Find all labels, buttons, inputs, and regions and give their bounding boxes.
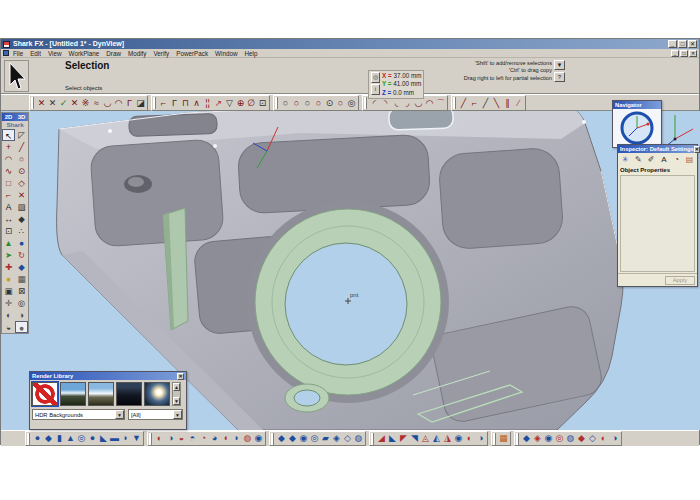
mirror-solid-icon[interactable]: ◇ <box>342 432 353 445</box>
fair-curve-icon[interactable]: ≈ <box>91 96 102 110</box>
line-icon[interactable]: ╱ <box>15 141 28 153</box>
solid-cube-icon[interactable]: ◆ <box>43 432 54 445</box>
layers-tab-icon[interactable]: ▤ <box>684 154 695 165</box>
boolean-intersect-icon[interactable]: ◒ <box>176 432 187 445</box>
toolbar-handle[interactable] <box>27 433 30 445</box>
vector-icon[interactable]: ↗ <box>213 96 224 110</box>
text-tab-icon[interactable]: A <box>658 154 669 165</box>
solid-sphere-icon[interactable]: ● <box>32 432 43 445</box>
boss-feature-icon[interactable]: ◆ <box>287 432 298 445</box>
sweep-tool-icon[interactable]: ✚ <box>2 261 15 273</box>
boolean-union-icon[interactable]: ◐ <box>154 432 165 445</box>
loft-solid-icon[interactable]: ◈ <box>532 432 543 445</box>
toolbar-handle[interactable] <box>31 97 34 109</box>
toolbar-handle[interactable] <box>371 433 374 445</box>
toolbar-handle[interactable] <box>493 433 496 445</box>
menu-edit[interactable]: Edit <box>30 49 41 58</box>
bend-solid-icon[interactable]: ◐ <box>464 432 475 445</box>
toolbar-handle[interactable] <box>516 433 519 445</box>
solid-pyramid-icon[interactable]: ◣ <box>98 432 109 445</box>
stamp-solid-icon[interactable]: ◐ <box>598 432 609 445</box>
point-grid-icon[interactable]: ⊡ <box>2 225 15 237</box>
project-curve-icon[interactable]: ⊓ <box>180 96 191 110</box>
line-double-icon[interactable]: ∥ <box>502 96 513 110</box>
stretch-solid-icon[interactable]: ◑ <box>475 432 486 445</box>
intersect-icon[interactable]: ∧ <box>191 96 202 110</box>
solid-sphere-tool-icon[interactable]: ● <box>15 237 28 249</box>
circle-diameter-icon[interactable]: ○ <box>335 96 346 110</box>
apply-button[interactable]: Apply <box>665 276 695 285</box>
title-bar[interactable]: Shark FX - [Untitled 1* - DynView] _ □ ✕ <box>1 39 699 49</box>
spline-icon[interactable]: ∿ <box>2 165 15 177</box>
menu-powerpack[interactable]: PowerPack <box>176 49 208 58</box>
inspector-title-bar[interactable]: Inspector: Default Settings ✕ <box>618 145 697 153</box>
chamfer-solid-icon[interactable]: ◭ <box>431 432 442 445</box>
toolbar-handle[interactable] <box>364 97 367 109</box>
shell-solid-icon[interactable]: ◖ <box>220 432 231 445</box>
fillet-solid-icon[interactable]: ◬ <box>420 432 431 445</box>
filter-dropdown[interactable]: [All] ▼ <box>128 409 183 420</box>
line-angle-icon[interactable]: ∕ <box>513 96 524 110</box>
toolbar-handle[interactable] <box>149 433 152 445</box>
render-library-title-bar[interactable]: Render Library ✕ <box>30 372 186 380</box>
hdr-sky-thumb-1[interactable] <box>60 382 86 406</box>
zoom-tool-icon[interactable]: ◎ <box>15 297 28 309</box>
restore-button[interactable]: □ <box>678 40 687 48</box>
toolbar-handle[interactable] <box>153 97 156 109</box>
dimension-icon[interactable]: ↔ <box>2 213 15 225</box>
line-polyline-icon[interactable]: ⌐ <box>469 96 480 110</box>
menu-file[interactable]: File <box>13 49 23 58</box>
hdr-forest-thumb[interactable] <box>116 382 142 406</box>
concave-fillet-icon[interactable]: ◡ <box>102 96 113 110</box>
help-button[interactable]: ? <box>554 72 565 82</box>
tab-3d[interactable]: 3D <box>15 113 28 121</box>
gauge-tab-icon[interactable]: ◔ <box>671 154 682 165</box>
toolbar-handle[interactable] <box>275 97 278 109</box>
display-tab-icon[interactable]: ✳ <box>620 154 631 165</box>
trackball-handle[interactable] <box>647 123 650 126</box>
circle-radius-icon[interactable]: ⊙ <box>324 96 335 110</box>
menu-help[interactable]: Help <box>245 49 258 58</box>
shell-feature-icon[interactable]: ◍ <box>353 432 364 445</box>
ellipse-icon[interactable]: ⊙ <box>15 165 28 177</box>
arc-convex-icon[interactable]: ◠ <box>424 96 435 110</box>
offset-face-icon[interactable]: ◣ <box>387 432 398 445</box>
text-icon[interactable]: A <box>2 201 15 213</box>
replace-face-icon[interactable]: ◥ <box>409 432 420 445</box>
triangle-icon[interactable]: ▽ <box>224 96 235 110</box>
extend-curve-icon[interactable]: Γ <box>169 96 180 110</box>
circle-3pt-icon[interactable]: ○ <box>302 96 313 110</box>
hdr-sunset-thumb[interactable] <box>144 382 170 406</box>
circle-center-icon[interactable]: ○ <box>280 96 291 110</box>
helix-solid-icon[interactable]: ◎ <box>554 432 565 445</box>
navigator-title-bar[interactable]: Navigator <box>613 101 661 109</box>
stitch-solid-icon[interactable]: ◕ <box>209 432 220 445</box>
pen-tab-icon[interactable]: ✎ <box>633 154 644 165</box>
select-arrow-icon[interactable]: ↖ <box>2 129 15 141</box>
solid-slab-icon[interactable]: ▬ <box>109 432 120 445</box>
draft-face-icon[interactable]: ◮ <box>442 432 453 445</box>
no-background-thumb[interactable] <box>32 382 58 406</box>
break-curve-icon[interactable]: ✕ <box>69 96 80 110</box>
rectangle-icon[interactable]: □ <box>2 177 15 189</box>
null-point-icon[interactable]: ∅ <box>246 96 257 110</box>
mdi-close-button[interactable]: ✕ <box>689 50 697 57</box>
hatch-icon[interactable]: ▨ <box>15 201 28 213</box>
solid-ellipsoid-icon[interactable]: ● <box>87 432 98 445</box>
web-solid-icon[interactable]: ◇ <box>587 432 598 445</box>
polygon-icon[interactable]: ◇ <box>15 177 28 189</box>
navigator-trackball[interactable] <box>613 109 661 147</box>
thumbnail-scrollbar[interactable]: ▲ ▼ <box>172 382 181 406</box>
solid-cylinder-icon[interactable]: ▮ <box>54 432 65 445</box>
divide-curve-icon[interactable]: ※ <box>80 96 91 110</box>
menu-modify[interactable]: Modify <box>128 49 147 58</box>
category-dropdown[interactable]: HDR Backgrounds ▼ <box>32 409 125 420</box>
camera-icon[interactable]: ▣ <box>2 285 15 297</box>
trim-segment-icon[interactable]: ✕ <box>36 96 47 110</box>
minimize-button[interactable]: _ <box>668 40 677 48</box>
rotate-x-view-icon[interactable]: ◐ <box>2 309 15 321</box>
mdi-restore-button[interactable]: □ <box>680 50 688 57</box>
revolve-tool-icon[interactable]: ↻ <box>15 249 28 261</box>
rotate-z-view-icon[interactable]: ◒ <box>2 321 15 333</box>
camera-off-icon[interactable]: ⊠ <box>15 285 28 297</box>
